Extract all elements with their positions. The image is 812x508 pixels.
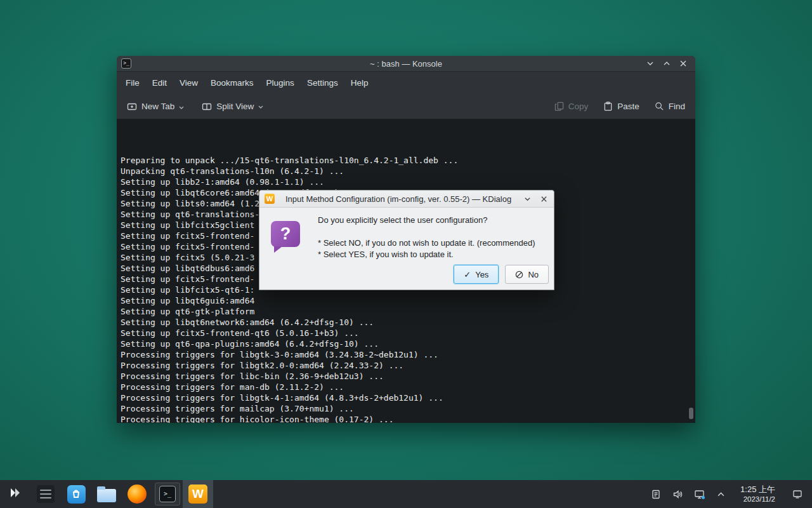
terminal-line: Processing triggers for hicolor-icon-the…: [121, 414, 695, 423]
split-view-dropdown-icon[interactable]: [258, 102, 263, 111]
menu-file[interactable]: File: [119, 75, 146, 91]
toolbar-right: Copy Paste Find: [554, 102, 685, 111]
taskbar-task-kdialog[interactable]: [183, 480, 213, 508]
no-label: No: [528, 270, 539, 279]
yes-label: Yes: [475, 270, 488, 279]
menu-plugins[interactable]: Plugins: [260, 75, 301, 91]
terminal-line: Processing triggers for man-db (2.11.2-2…: [121, 382, 695, 392]
terminal-line: Setting up libb2-1:amd64 (0.98.1-1.1) ..…: [121, 177, 695, 187]
copy-button[interactable]: Copy: [554, 102, 589, 111]
new-tab-label: New Tab: [141, 102, 174, 111]
terminal-line: Setting up qt6-qpa-plugins:amd64 (6.4.2+…: [121, 338, 695, 349]
kdialog-close-button[interactable]: [539, 194, 549, 204]
taskbar-task-konsole[interactable]: [152, 480, 183, 508]
kdialog-buttons: ✓ Yes No: [454, 265, 549, 284]
find-button[interactable]: Find: [655, 102, 685, 111]
find-label: Find: [669, 102, 685, 111]
digital-clock[interactable]: 1:25 上午 2023/11/2: [740, 485, 775, 504]
new-tab-dropdown-icon[interactable]: [179, 101, 184, 112]
terminal-line: Processing triggers for mailcap (3.70+nm…: [121, 403, 695, 414]
copy-icon: [554, 102, 564, 111]
copy-label: Copy: [568, 102, 589, 111]
paste-icon: [603, 102, 613, 111]
terminal-line: Processing triggers for libgtk-4-1:amd64…: [121, 392, 695, 403]
kde-launcher-icon: [8, 485, 23, 503]
taskbar-item-pager[interactable]: [30, 480, 61, 508]
terminal-scrollbar[interactable]: [689, 408, 693, 419]
taskbar: 1:25 上午 2023/11/2: [0, 480, 812, 508]
show-desktop-icon: [792, 489, 802, 499]
konsole-titlebar[interactable]: ~ : bash — Konsole: [117, 56, 695, 72]
check-icon: ✓: [464, 270, 471, 279]
close-button[interactable]: [678, 58, 689, 69]
terminal-line: Unpacking qt6-translations-l10n (6.4.2-1…: [121, 166, 695, 177]
desktop: { "colors": { "accent": "#3daee9", "desk…: [0, 0, 812, 508]
clock-time: 1:25 上午: [740, 485, 775, 495]
kdialog-text: Do you explicitly select the user config…: [318, 215, 535, 260]
toolbar-left: New Tab Split View: [127, 101, 263, 112]
konsole-icon: [159, 486, 176, 502]
kdialog-window: Input Method Configuration (im-config, v…: [259, 190, 554, 290]
question-icon: ?: [271, 221, 300, 247]
taskbar-item-firefox[interactable]: [122, 480, 152, 508]
kdialog-app-icon: [265, 194, 275, 204]
window-title: ~ : bash — Konsole: [117, 59, 695, 69]
menu-view[interactable]: View: [173, 75, 204, 91]
system-tray: 1:25 上午 2023/11/2: [650, 480, 812, 508]
terminal-line: Setting up qt6-gtk-platform: [121, 306, 695, 317]
yes-button[interactable]: ✓ Yes: [454, 265, 499, 284]
kdialog-more-icon[interactable]: [522, 194, 532, 204]
maximize-button[interactable]: [661, 58, 672, 69]
split-view-label: Split View: [216, 102, 254, 111]
menu-bookmarks[interactable]: Bookmarks: [204, 75, 260, 91]
terminal-line: Preparing to unpack .../15-qt6-translati…: [121, 155, 695, 166]
show-desktop-button[interactable]: [789, 480, 806, 508]
paste-label: Paste: [617, 102, 639, 111]
terminal-line: Setting up libqt6network6:amd64 (6.4.2+d…: [121, 317, 695, 328]
kdialog-option-no: * Select NO, if you do not wish to updat…: [318, 237, 535, 249]
tray-expander-icon[interactable]: [715, 488, 726, 500]
menu-settings[interactable]: Settings: [301, 75, 344, 91]
kdialog-task-icon: [188, 485, 207, 504]
toolbar: New Tab Split View Copy: [117, 94, 695, 119]
split-view-button[interactable]: Split View: [202, 102, 263, 112]
clock-date: 2023/11/2: [740, 495, 775, 504]
kdialog-question: Do you explicitly select the user config…: [318, 215, 535, 226]
terminal-line: Processing triggers for libgtk-3-0:amd64…: [121, 349, 695, 360]
window-controls: [645, 58, 695, 69]
terminal-line: Setting up fcitx5-frontend-qt6 (5.0.16-1…: [121, 328, 695, 338]
clipboard-tray-icon[interactable]: [650, 488, 662, 500]
kdialog-option-yes: * Select YES, if you wish to update it.: [318, 249, 535, 260]
kdialog-title: Input Method Configuration (im-config, v…: [278, 194, 518, 204]
kdialog-body: ? Do you explicitly select the user conf…: [259, 208, 554, 291]
menu-edit[interactable]: Edit: [146, 75, 173, 91]
terminal-line: Processing triggers for libgtk2.0-0:amd6…: [121, 360, 695, 371]
split-view-icon: [202, 102, 212, 112]
paste-button[interactable]: Paste: [603, 102, 639, 111]
kdialog-titlebar[interactable]: Input Method Configuration (im-config, v…: [259, 190, 554, 208]
taskbar-item-discover[interactable]: [61, 480, 91, 508]
new-tab-button[interactable]: New Tab: [127, 101, 184, 112]
minimize-button[interactable]: [645, 58, 656, 69]
firefox-icon: [128, 485, 147, 504]
discover-icon: [67, 485, 86, 504]
no-button[interactable]: No: [505, 265, 549, 284]
taskbar-item-files[interactable]: [91, 480, 122, 508]
menu-help[interactable]: Help: [344, 75, 375, 91]
menubar: File Edit View Bookmarks Plugins Setting…: [117, 72, 695, 94]
find-icon: [655, 102, 664, 111]
terminal-line: Setting up libqt6gui6:amd64: [121, 295, 695, 306]
terminal-line: Processing triggers for libc-bin (2.36-9…: [121, 371, 695, 382]
kdialog-controls: [522, 194, 549, 204]
cancel-icon: [515, 271, 523, 279]
display-tray-icon[interactable]: [693, 488, 705, 500]
volume-tray-icon[interactable]: [672, 488, 683, 500]
pager-icon: [37, 485, 55, 503]
application-launcher-button[interactable]: [0, 480, 30, 508]
folder-icon: [97, 489, 116, 502]
new-tab-icon: [127, 102, 137, 112]
